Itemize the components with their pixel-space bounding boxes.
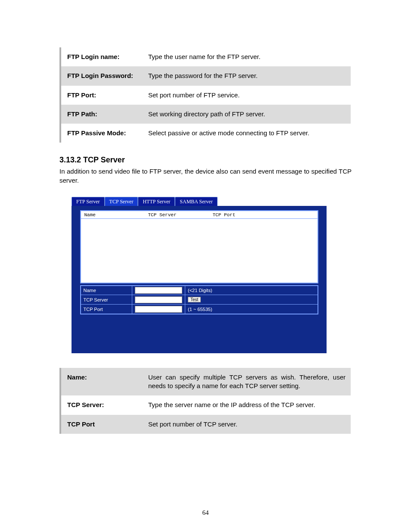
tab-samba-server[interactable]: SAMBA Server [175, 197, 217, 206]
table-row: FTP Passive Mode: Select passive or acti… [60, 124, 351, 143]
page-number: 64 [0, 509, 411, 516]
port-hint: (1 ~ 65535) [185, 305, 318, 314]
table-row: Name: User can specify multiple TCP serv… [60, 368, 351, 396]
param-label: FTP Passive Mode: [60, 124, 142, 143]
param-label: TCP Port [60, 415, 142, 434]
form-row-server: TCP Server Test [81, 295, 318, 305]
form-row-port: TCP Port (1 ~ 65535) [81, 305, 318, 314]
port-input[interactable] [135, 306, 182, 313]
section-paragraph: In addition to send video file to FTP se… [59, 167, 352, 185]
table-row: TCP Server: Type the server name or the … [60, 395, 351, 414]
test-button[interactable]: Test [188, 297, 201, 302]
param-label: FTP Login Password: [60, 66, 142, 85]
table-row: FTP Login Password: Type the password fo… [60, 66, 351, 85]
tab-ftp-server[interactable]: FTP Server [72, 197, 105, 206]
param-desc: Set working directory path of FTP server… [142, 105, 351, 124]
list-header-port: TCP Port [213, 212, 256, 218]
table-row: FTP Port: Set port number of FTP service… [60, 86, 351, 105]
table-row: FTP Path: Set working directory path of … [60, 105, 351, 124]
tab-tcp-server[interactable]: TCP Server [105, 197, 138, 206]
server-listbox[interactable]: Name TCP Server TCP Port [80, 210, 318, 283]
name-label: Name [81, 286, 132, 295]
list-header-name: Name [84, 212, 148, 218]
param-desc: User can specify multiple TCP servers as… [142, 368, 351, 396]
tab-http-server[interactable]: HTTP Server [138, 197, 175, 206]
list-header-server: TCP Server [148, 212, 213, 218]
server-input[interactable] [135, 296, 182, 303]
param-desc: Type the server name or the IP address o… [142, 395, 351, 414]
param-desc: Type the password for the FTP server. [142, 66, 351, 85]
tcp-config-panel: FTP Server TCP Server HTTP Server SAMBA … [72, 197, 327, 353]
param-desc: Set port number of FTP service. [142, 86, 351, 105]
server-label: TCP Server [81, 295, 132, 305]
param-desc: Set port number of TCP server. [142, 415, 351, 434]
form-grid: Name (<21 Digits) TCP Server Test TCP Po… [80, 285, 318, 314]
tcp-param-table: Name: User can specify multiple TCP serv… [59, 368, 352, 434]
list-header: Name TCP Server TCP Port [81, 211, 318, 219]
param-label: TCP Server: [60, 395, 142, 414]
panel-body: Name TCP Server TCP Port Name (<21 Digit… [72, 206, 327, 353]
section-heading: 3.13.2 TCP Server [59, 156, 352, 165]
param-label: Name: [60, 368, 142, 396]
param-label: FTP Path: [60, 105, 142, 124]
port-label: TCP Port [81, 305, 132, 314]
param-desc: Select passive or active mode connecting… [142, 124, 351, 143]
name-hint: (<21 Digits) [185, 286, 318, 295]
tab-bar: FTP Server TCP Server HTTP Server SAMBA … [72, 197, 327, 206]
param-label: FTP Port: [60, 86, 142, 105]
table-row: FTP Login name: Type the user name for t… [60, 47, 351, 66]
param-label: FTP Login name: [60, 47, 142, 66]
ftp-param-table: FTP Login name: Type the user name for t… [59, 47, 352, 143]
form-row-name: Name (<21 Digits) [81, 286, 318, 295]
param-desc: Type the user name for the FTP server. [142, 47, 351, 66]
name-input[interactable] [135, 287, 182, 294]
table-row: TCP Port Set port number of TCP server. [60, 415, 351, 434]
